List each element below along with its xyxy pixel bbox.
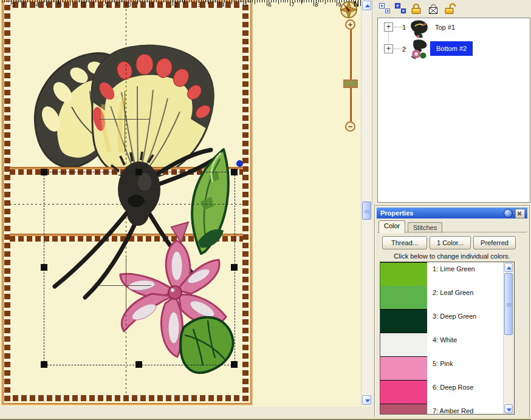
color-label: 6: Deep Rose	[433, 384, 473, 391]
selection-handle-e[interactable]	[231, 264, 238, 271]
color-list-caption: Click below to change individual colors.	[375, 252, 529, 260]
expand-node-button[interactable]: +	[384, 22, 393, 32]
expand-branches-icon[interactable]	[379, 2, 391, 15]
down-arrow-icon	[507, 408, 512, 412]
ruler-label: 7	[291, 2, 295, 8]
properties-panel: Properties Color Stitches Thread... 1 Co…	[374, 205, 530, 419]
zoom-slider: + −	[342, 19, 360, 135]
selection-handle-ne[interactable]	[231, 169, 238, 175]
color-list-scroll-thumb[interactable]	[504, 273, 513, 335]
layers-panel: + 1 Top #1 + 2 Bottom #2	[372, 0, 531, 205]
color-swatch[interactable]	[380, 286, 427, 310]
ruler-label: 5	[244, 2, 248, 8]
color-label: 4: White	[433, 336, 457, 344]
color-label: 7: Amber Red	[433, 407, 473, 415]
thumb-grip	[365, 209, 369, 213]
ruler-label: 6	[268, 2, 272, 8]
top-design-center-mark	[125, 91, 125, 152]
layer-label-selected[interactable]: Bottom #2	[430, 41, 473, 56]
selection-handle-sw[interactable]	[41, 361, 47, 368]
layer-list[interactable]: + 1 Top #1 + 2 Bottom #2	[377, 18, 530, 203]
properties-title: Properties	[380, 209, 413, 217]
color-label: 1: Lime Green	[433, 265, 475, 273]
vertical-scroll-thumb[interactable]	[362, 202, 371, 220]
up-arrow-icon	[507, 266, 512, 269]
ruler-label: 3	[197, 2, 201, 8]
compass-north-label: N	[354, 0, 359, 8]
properties-titlebar[interactable]: Properties	[377, 208, 527, 218]
selection-handle-s[interactable]	[135, 361, 142, 368]
tree-connector	[388, 32, 389, 45]
selection-marquee[interactable]	[44, 172, 235, 365]
preferred-button[interactable]: Preferred	[473, 236, 516, 249]
color-swatch[interactable]	[380, 310, 427, 333]
unlock-icon[interactable]	[444, 2, 456, 15]
one-color-button[interactable]: 1 Color...	[430, 236, 471, 249]
layer-index: 2	[402, 46, 406, 53]
color-row[interactable]: 3: Deep Green	[380, 310, 514, 333]
down-arrow-icon	[365, 399, 370, 402]
selection-handle-n[interactable]	[135, 169, 142, 175]
ruler-label: -2	[80, 2, 86, 8]
selection-handle-se[interactable]	[231, 361, 238, 368]
horizontal-ruler: -5 -4 -3 -2 -1 0 1 2 3 4 5 6 7 8 9	[0, 0, 361, 8]
ruler-label: 1	[151, 2, 154, 8]
color-list-scrollbar[interactable]	[503, 262, 514, 414]
scroll-down-button[interactable]	[504, 404, 513, 413]
ruler-label: 2	[174, 2, 178, 8]
color-label: 2: Leaf Green	[433, 289, 473, 296]
ruler-label: -1	[103, 2, 109, 8]
color-label: 3: Deep Green	[433, 313, 476, 320]
origin-point[interactable]	[236, 160, 243, 167]
layer-thumbnail[interactable]	[408, 39, 430, 61]
lock-icon[interactable]	[410, 2, 422, 15]
thread-button[interactable]: Thread...	[382, 236, 427, 249]
color-swatch[interactable]	[380, 333, 427, 357]
color-row[interactable]: 4: White	[380, 333, 514, 357]
layer-label[interactable]: Top #1	[435, 24, 455, 31]
ruler-label: 0	[128, 2, 131, 8]
color-swatch[interactable]	[380, 381, 427, 404]
zoom-slider-handle[interactable]	[343, 80, 358, 88]
layer-index: 1	[402, 24, 406, 31]
compass-rose[interactable]: N	[338, 0, 362, 22]
up-arrow-icon	[365, 4, 370, 7]
application-window: -5 -4 -3 -2 -1 0 1 2 3 4 5 6 7 8 9 N	[0, 0, 531, 420]
expand-node-button[interactable]: +	[384, 44, 393, 53]
ruler-label: 4	[221, 2, 225, 8]
zoom-slider-track[interactable]	[350, 28, 352, 126]
layer-thumbnail[interactable]	[408, 18, 430, 40]
color-row[interactable]: 2: Leaf Green	[380, 286, 514, 310]
design-canvas[interactable]: -5 -4 -3 -2 -1 0 1 2 3 4 5 6 7 8 9 N	[0, 0, 372, 407]
color-swatch[interactable]	[380, 357, 427, 381]
color-row[interactable]: 5: Pink	[380, 357, 514, 381]
color-swatch[interactable]	[380, 404, 427, 415]
lock-crossed-icon[interactable]	[427, 2, 439, 15]
selection-handle-w[interactable]	[41, 264, 47, 271]
color-row[interactable]: 6: Deep Rose	[380, 381, 514, 404]
color-swatch[interactable]	[380, 262, 427, 286]
ruler-label: -4	[33, 2, 39, 8]
scroll-up-button[interactable]	[504, 263, 513, 272]
tab-color[interactable]: Color	[379, 220, 405, 233]
ruler-label: -3	[57, 2, 62, 8]
scroll-up-button[interactable]	[362, 1, 371, 10]
color-row[interactable]: 7: Amber Red	[380, 404, 514, 415]
canvas-vertical-scrollbar[interactable]	[361, 0, 372, 405]
roll-up-icon[interactable]	[504, 209, 513, 218]
window-bottom-edge	[0, 418, 531, 420]
selection-handle-nw[interactable]	[41, 169, 47, 175]
scroll-down-button[interactable]	[362, 395, 371, 405]
thread-color-list[interactable]: 1: Lime Green 2: Leaf Green 3: Deep Gree…	[380, 262, 515, 415]
color-row[interactable]: 1: Lime Green	[380, 262, 514, 286]
close-button[interactable]	[515, 209, 525, 218]
ruler-label: -5	[10, 2, 15, 8]
ruler-label: 8	[315, 2, 318, 8]
thumb-grip	[507, 303, 512, 307]
collapse-branches-icon[interactable]	[394, 2, 406, 15]
zoom-in-button[interactable]: +	[345, 19, 355, 30]
color-label: 5: Pink	[433, 360, 453, 367]
zoom-out-button[interactable]: −	[345, 121, 355, 132]
